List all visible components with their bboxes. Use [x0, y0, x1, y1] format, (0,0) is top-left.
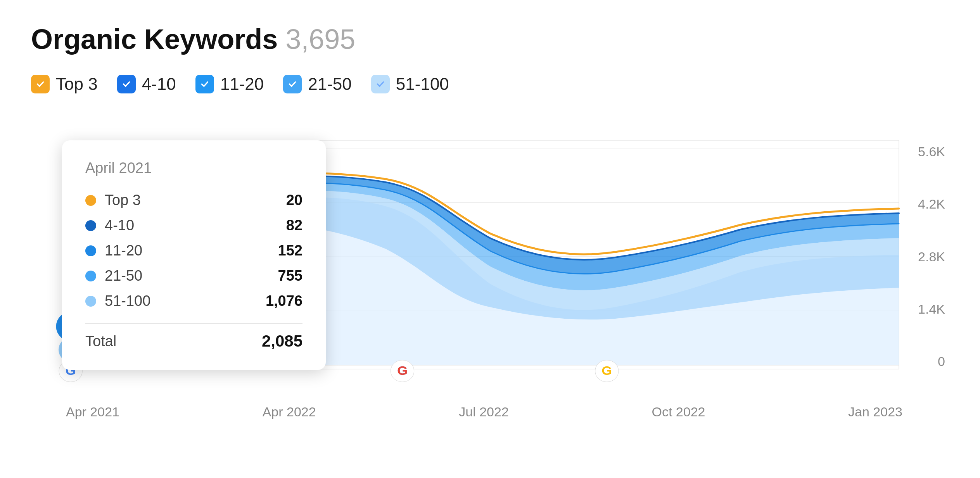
checkmark-icon	[200, 79, 210, 89]
tooltip-row-top3: Top 3 20	[85, 192, 302, 209]
tooltip-value-51-100: 1,076	[266, 293, 302, 309]
filter-label-21-50: 21-50	[308, 74, 352, 94]
checkmark-icon	[375, 79, 385, 89]
filter-top3[interactable]: Top 3	[31, 74, 98, 94]
tooltip-rows: Top 3 20 4-10 82 11-20	[85, 192, 302, 309]
tooltip-row-51-100: 51-100 1,076	[85, 293, 302, 309]
title-row: Organic Keywords 3,695	[31, 23, 949, 55]
tooltip-total-label: Total	[85, 333, 116, 350]
y-label-4200: 4.2K	[918, 197, 945, 212]
filter-label-11-20: 11-20	[220, 74, 264, 94]
filter-11-20[interactable]: 11-20	[195, 74, 264, 94]
filter-21-50[interactable]: 21-50	[283, 74, 352, 94]
x-label-oct2022: Oct 2022	[652, 404, 705, 419]
x-label-jan2023: Jan 2023	[848, 404, 902, 419]
tooltip-dot-51-100	[85, 296, 96, 307]
checkmark-icon	[35, 79, 45, 89]
y-axis-labels: 5.6K 4.2K 2.8K 1.4K 0	[918, 140, 945, 373]
filters-row: Top 3 4-10 11-20	[31, 74, 949, 94]
y-label-2800: 2.8K	[918, 249, 945, 264]
tooltip-name-4-10: 4-10	[105, 217, 134, 234]
tooltip-row-21-50: 21-50 755	[85, 267, 302, 284]
checkmark-icon	[121, 79, 131, 89]
tooltip-value-top3: 20	[286, 192, 302, 209]
svg-text:G: G	[397, 364, 408, 378]
checkbox-11-20[interactable]	[195, 75, 214, 93]
filter-label-top3: Top 3	[56, 74, 98, 94]
tooltip-dot-11-20	[85, 245, 96, 256]
tooltip-dot-21-50	[85, 271, 96, 281]
tooltip-name-21-50: 21-50	[105, 267, 142, 284]
checkbox-21-50[interactable]	[283, 75, 302, 93]
page-title: Organic Keywords	[31, 23, 278, 55]
tooltip: April 2021 Top 3 20 4-10 82	[62, 140, 326, 370]
tooltip-value-11-20: 152	[278, 242, 302, 259]
filter-51-100[interactable]: 51-100	[371, 74, 449, 94]
tooltip-name-51-100: 51-100	[105, 293, 150, 309]
keyword-count: 3,695	[285, 23, 355, 55]
x-label-jul2022: Jul 2022	[459, 404, 509, 419]
y-label-0: 0	[918, 354, 945, 369]
checkbox-top3[interactable]	[31, 75, 50, 93]
y-label-1400: 1.4K	[918, 302, 945, 317]
page-container: Organic Keywords 3,695 Top 3 4-10	[0, 0, 980, 478]
tooltip-row-11-20: 11-20 152	[85, 242, 302, 259]
checkbox-51-100[interactable]	[371, 75, 390, 93]
svg-text:G: G	[601, 364, 612, 378]
tooltip-value-21-50: 755	[278, 267, 302, 284]
tooltip-dot-top3	[85, 195, 96, 206]
tooltip-total-row: Total 2,085	[85, 332, 302, 350]
x-label-apr2022: Apr 2022	[263, 404, 316, 419]
y-label-5600: 5.6K	[918, 144, 945, 159]
tooltip-name-top3: Top 3	[105, 192, 141, 209]
tooltip-value-4-10: 82	[286, 217, 302, 234]
checkmark-icon	[287, 79, 297, 89]
tooltip-divider	[85, 323, 302, 324]
filter-label-4-10: 4-10	[142, 74, 176, 94]
x-label-apr2021: Apr 2021	[66, 404, 119, 419]
checkbox-4-10[interactable]	[117, 75, 136, 93]
tooltip-date: April 2021	[85, 160, 302, 176]
tooltip-total-value: 2,085	[262, 332, 302, 350]
tooltip-name-11-20: 11-20	[105, 242, 142, 259]
tooltip-dot-4-10	[85, 220, 96, 231]
chart-wrapper: G G G G April 2021	[31, 117, 949, 419]
filter-label-51-100: 51-100	[396, 74, 449, 94]
tooltip-row-4-10: 4-10 82	[85, 217, 302, 234]
x-axis-labels: Apr 2021 Apr 2022 Jul 2022 Oct 2022 Jan …	[66, 404, 902, 419]
filter-4-10[interactable]: 4-10	[117, 74, 176, 94]
